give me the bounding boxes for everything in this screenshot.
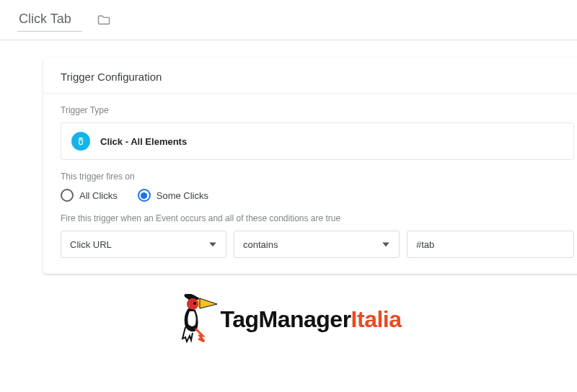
radio-icon — [138, 189, 151, 202]
condition-value-input[interactable] — [407, 231, 574, 258]
trigger-type-name: Click - All Elements — [100, 136, 187, 147]
fires-on-label: This trigger fires on — [61, 172, 574, 182]
radio-all-clicks[interactable]: All Clicks — [61, 189, 118, 202]
radio-label-some: Some Clicks — [157, 190, 208, 201]
logo: TagManagerItalia — [0, 294, 577, 344]
trigger-card: Trigger Configuration Trigger Type Click… — [43, 58, 577, 274]
click-icon — [71, 132, 90, 151]
condition-section: Fire this trigger when an Event occurs a… — [43, 202, 577, 258]
select-value: contains — [243, 239, 278, 250]
condition-row: Click URL contains — [61, 231, 574, 258]
card-heading: Trigger Configuration — [43, 58, 577, 94]
condition-variable-select[interactable]: Click URL — [61, 231, 226, 258]
condition-label: Fire this trigger when an Event occurs a… — [61, 213, 574, 223]
trigger-name-input[interactable] — [17, 9, 82, 32]
logo-text-main: TagManager — [220, 306, 351, 332]
top-bar — [0, 0, 577, 40]
radio-label-all: All Clicks — [79, 190, 118, 201]
logo-text: TagManagerItalia — [220, 306, 401, 333]
select-value: Click URL — [70, 239, 112, 250]
woodpecker-icon — [175, 294, 220, 344]
fires-on-section: This trigger fires on All Clicks Some Cl… — [43, 160, 577, 202]
folder-icon[interactable] — [97, 13, 111, 27]
chevron-down-icon — [207, 239, 219, 250]
radio-group: All Clicks Some Clicks — [61, 189, 574, 202]
logo-text-accent: Italia — [351, 306, 402, 332]
trigger-type-section: Trigger Type Click - All Elements — [43, 94, 577, 160]
radio-icon — [61, 189, 74, 202]
chevron-down-icon — [380, 239, 392, 250]
condition-operator-select[interactable]: contains — [234, 231, 400, 258]
radio-some-clicks[interactable]: Some Clicks — [138, 189, 208, 202]
svg-point-3 — [193, 302, 196, 305]
svg-point-2 — [187, 298, 198, 310]
trigger-type-selector[interactable]: Click - All Elements — [61, 122, 574, 160]
trigger-type-label: Trigger Type — [61, 105, 574, 115]
